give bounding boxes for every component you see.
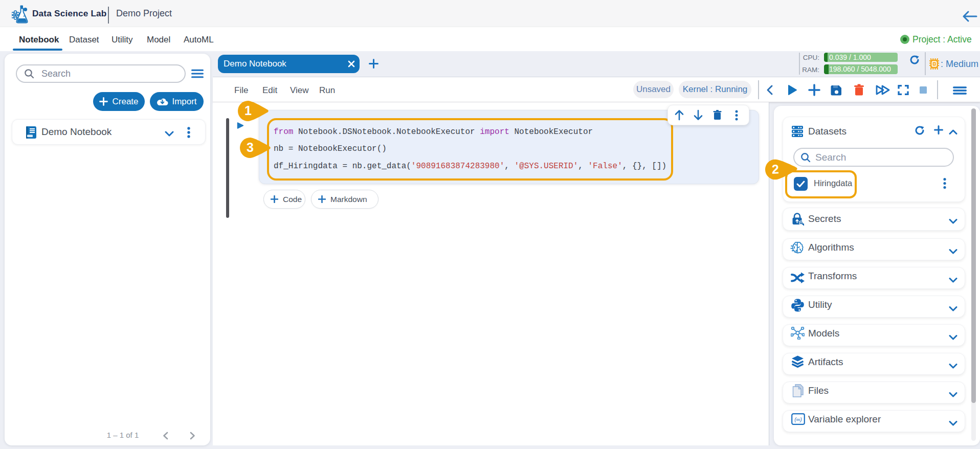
svg-text:3: 3	[247, 140, 254, 154]
svg-text:(∞): (∞)	[794, 416, 801, 422]
svg-text:1: 1	[244, 103, 252, 118]
svg-text:2: 2	[771, 162, 779, 176]
